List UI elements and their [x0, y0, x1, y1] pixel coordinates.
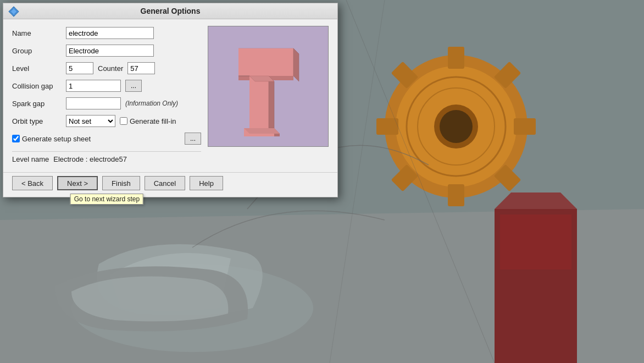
- electrode-preview-svg: [208, 26, 329, 147]
- svg-marker-37: [244, 128, 280, 134]
- help-button[interactable]: Help: [190, 176, 223, 190]
- back-button[interactable]: < Back: [12, 176, 53, 190]
- name-input[interactable]: [66, 27, 154, 39]
- dialog-body: Name Group Level Counter C: [3, 19, 337, 172]
- finish-button[interactable]: Finish: [102, 176, 140, 190]
- spark-gap-row: Spark gap (Information Only): [12, 96, 201, 111]
- orbit-type-label: Orbit type: [12, 117, 62, 125]
- svg-rect-9: [448, 47, 464, 69]
- level-name-row: Level name Electrode : electrode57: [12, 151, 201, 166]
- svg-rect-12: [514, 118, 536, 135]
- orbit-type-select[interactable]: Not set Type 1 Type 2 Type 3: [66, 115, 115, 127]
- level-name-value: Electrode : electrode57: [53, 155, 127, 163]
- svg-marker-30: [293, 48, 299, 81]
- generate-fill-in-checkbox-label: Generate fill-in: [120, 117, 176, 125]
- svg-rect-10: [448, 184, 464, 206]
- dialog-title: General Options: [141, 7, 201, 15]
- collision-gap-input[interactable]: [66, 80, 121, 92]
- svg-rect-11: [376, 118, 398, 135]
- spark-gap-label: Spark gap: [12, 100, 62, 108]
- level-name-label: Level name: [12, 155, 49, 163]
- dialog-form: Name Group Level Counter C: [12, 26, 201, 166]
- svg-rect-32: [249, 76, 269, 128]
- spark-gap-input[interactable]: [66, 97, 121, 109]
- name-row: Name: [12, 26, 201, 40]
- svg-rect-29: [238, 48, 293, 76]
- counter-group: Counter: [98, 62, 155, 74]
- group-row: Group: [12, 43, 201, 58]
- cancel-button[interactable]: Cancel: [145, 176, 185, 190]
- spark-gap-info: (Information Only): [125, 100, 178, 107]
- next-button-tooltip: Go to next wizard step: [70, 194, 143, 205]
- collision-gap-browse-button[interactable]: ...: [125, 80, 142, 92]
- orbit-type-row: Orbit type Not set Type 1 Type 2 Type 3 …: [12, 114, 201, 128]
- setup-sheet-browse-button[interactable]: ...: [185, 133, 201, 145]
- generate-fill-in-checkbox[interactable]: [120, 117, 127, 125]
- generate-fill-in-label: Generate fill-in: [130, 117, 176, 125]
- generate-setup-sheet-label: Generate setup sheet: [22, 135, 91, 143]
- next-button-wrapper: Next > Go to next wizard step: [57, 176, 98, 190]
- general-options-dialog: General Options Name Group Level: [3, 3, 338, 197]
- svg-point-8: [440, 110, 473, 143]
- name-label: Name: [12, 29, 62, 37]
- level-counter-row: Level Counter: [12, 61, 201, 75]
- group-label: Group: [12, 47, 62, 55]
- group-input[interactable]: [66, 45, 154, 57]
- level-input[interactable]: [66, 62, 93, 74]
- title-icon: [8, 6, 20, 18]
- generate-setup-sheet-checkbox[interactable]: [12, 135, 20, 142]
- electrode-preview-panel: [208, 26, 329, 147]
- next-button[interactable]: Next >: [57, 176, 98, 190]
- level-label: Level: [12, 64, 62, 73]
- generate-setup-sheet-checkbox-label: Generate setup sheet: [12, 135, 91, 143]
- collision-gap-label: Collision gap: [12, 82, 62, 90]
- generate-setup-sheet-row: Generate setup sheet ...: [12, 131, 201, 146]
- counter-label: Counter: [98, 64, 123, 73]
- dialog-titlebar: General Options: [3, 3, 337, 19]
- dialog-buttons-row: < Back Next > Go to next wizard step Fin…: [3, 172, 337, 197]
- counter-input[interactable]: [127, 62, 155, 74]
- svg-rect-20: [500, 215, 571, 270]
- svg-marker-33: [269, 76, 274, 128]
- collision-gap-row: Collision gap ...: [12, 79, 201, 93]
